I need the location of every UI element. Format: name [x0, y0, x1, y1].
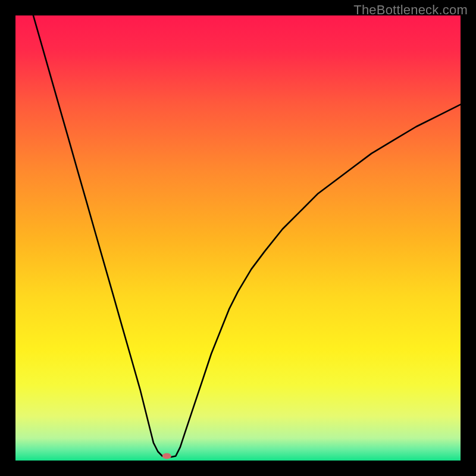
chart-svg: [15, 15, 461, 461]
chart-frame: TheBottleneck.com: [0, 0, 476, 476]
gradient-background: [15, 15, 461, 461]
watermark-text: TheBottleneck.com: [353, 2, 468, 18]
plot-area: [15, 15, 461, 461]
optimal-point-marker: [162, 453, 171, 459]
